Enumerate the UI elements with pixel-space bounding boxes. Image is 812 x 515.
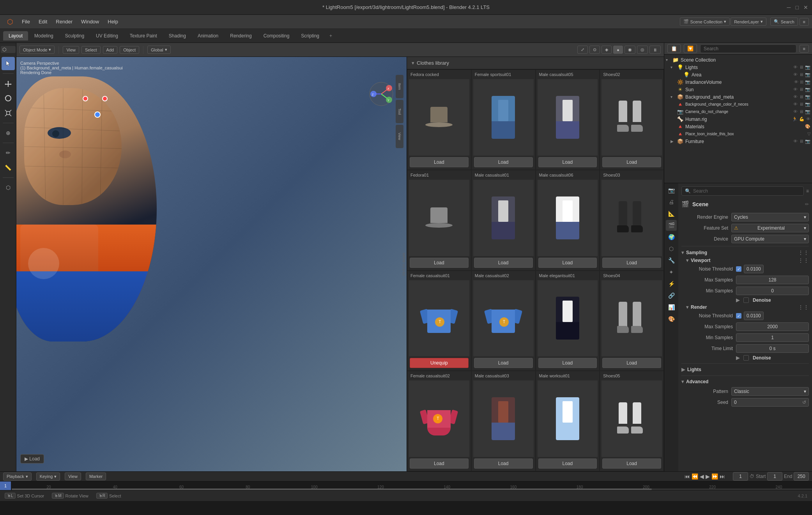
menu-help[interactable]: Help	[104, 17, 122, 26]
render-icon[interactable]: 📷	[805, 94, 810, 99]
item-load-button[interactable]: Load	[602, 157, 661, 167]
xray-button[interactable]: ◈	[601, 46, 612, 54]
render-icon[interactable]: 📷	[805, 72, 810, 77]
noise-render-checkbox[interactable]: ✓	[736, 313, 741, 319]
viewport-tool-tab[interactable]: Tool	[396, 100, 403, 123]
object-props-icon[interactable]: ⬡	[666, 243, 677, 254]
view-dropdown[interactable]: View	[65, 473, 81, 480]
item-load-button[interactable]: Load	[410, 458, 469, 469]
viewport-view-tab[interactable]: View	[396, 125, 403, 148]
menu-edit[interactable]: Edit	[35, 17, 51, 26]
move-tool-button[interactable]	[2, 77, 15, 90]
load-indicator[interactable]: ▶ Load	[20, 454, 44, 464]
visibility-icon[interactable]: 👁	[793, 94, 798, 99]
outliner-filter-button[interactable]: ≡	[800, 45, 809, 53]
timeline-bar[interactable]: 1 20 40 60 80 100 120 140 160 180 200 22…	[0, 481, 812, 490]
scene-collection-item[interactable]: ▾ 📁 Scene Collection	[664, 56, 812, 64]
render-layer-selector[interactable]: RenderLayer ▾	[731, 18, 766, 26]
time-limit-value[interactable]: 0 s	[736, 344, 809, 353]
scene-edit-icon[interactable]: ✏	[805, 202, 809, 207]
shading-solid[interactable]: ●	[613, 46, 623, 54]
start-frame-input[interactable]: 1	[767, 472, 782, 481]
pause-render[interactable]: ⏸	[649, 46, 661, 54]
item-load-button[interactable]: Load	[602, 458, 661, 469]
outliner-filter-icon[interactable]: 🔽	[684, 44, 697, 53]
min-samples-value[interactable]: 0	[736, 287, 809, 295]
overlay-button[interactable]: ⊙	[589, 46, 600, 54]
viewport-item-tab[interactable]: Item	[396, 75, 403, 98]
min-samples-render-value[interactable]: 1	[736, 333, 809, 342]
select-menu[interactable]: Select	[81, 46, 101, 54]
gizmos-button[interactable]: ⤢	[577, 46, 588, 54]
render-icon[interactable]: 📷	[805, 102, 810, 107]
item-load-button[interactable]: Load	[538, 358, 597, 368]
add-menu[interactable]: Add	[103, 46, 118, 54]
shading-rendered[interactable]: ◎	[637, 46, 648, 54]
render-icon[interactable]: 📷	[805, 87, 810, 92]
seed-value[interactable]: 0 ↺	[731, 398, 809, 407]
window-controls[interactable]: ─ □ ✕	[787, 4, 808, 11]
noise-render-value[interactable]: 0.0100	[744, 311, 764, 320]
tab-layout[interactable]: Layout	[3, 31, 28, 41]
menu-file[interactable]: File	[18, 17, 34, 26]
tab-modeling[interactable]: Modeling	[29, 31, 59, 41]
noise-threshold-checkbox[interactable]: ✓	[736, 266, 741, 272]
end-frame-input[interactable]: 250	[794, 472, 809, 481]
render-toggle[interactable]: ▾ Render	[686, 304, 707, 310]
modifier-props-icon[interactable]: 🔧	[666, 255, 677, 266]
minimize-button[interactable]: ─	[787, 4, 791, 11]
lights-toggle[interactable]: ▶ Lights	[681, 365, 809, 374]
menu-render[interactable]: Render	[52, 17, 76, 26]
tab-rendering[interactable]: Rendering	[225, 31, 257, 41]
visibility-icon[interactable]: 👁	[793, 65, 798, 70]
feature-set-dropdown[interactable]: ⚠ Experimental ▾	[731, 224, 809, 232]
play-button[interactable]: ▶	[706, 473, 710, 480]
view-menu[interactable]: View	[63, 46, 79, 54]
tab-uv-editing[interactable]: UV Editing	[90, 31, 124, 41]
filter-icon[interactable]: ≡	[806, 188, 809, 194]
viewport-icon[interactable]: 🖥	[799, 94, 803, 99]
denoise-checkbox[interactable]	[743, 297, 749, 303]
menu-window[interactable]: Window	[77, 17, 103, 26]
tree-item-lights[interactable]: ▾ 💡 Lights 👁 🖥 📷	[664, 64, 812, 71]
blender-logo[interactable]: ⬡	[3, 16, 17, 28]
render-icon[interactable]: 📷	[805, 80, 810, 85]
pattern-dropdown[interactable]: Classic ▾	[731, 387, 809, 396]
item-load-button[interactable]: Load	[602, 358, 661, 368]
viewport-icon[interactable]: 🖥	[799, 65, 803, 70]
scene-selector[interactable]: 🎬 Scene Collection ▾	[680, 18, 730, 26]
item-load-button[interactable]: Load	[474, 358, 533, 368]
tree-item-materials[interactable]: 🔺 Materials 🎨	[664, 123, 812, 130]
visibility-icon[interactable]: 👁	[793, 102, 798, 107]
viewport-icon[interactable]: 🖥	[799, 102, 803, 107]
rotate-tool-button[interactable]	[2, 92, 15, 105]
keying-dropdown[interactable]: Keying ▾	[36, 473, 60, 481]
render-icon[interactable]: 📷	[805, 109, 810, 114]
item-load-button[interactable]: Load	[538, 157, 597, 167]
tree-item-human-rig[interactable]: 🦴 Human.rig 🏃 💪 👁	[664, 115, 812, 123]
measure-tool-button[interactable]: 📏	[2, 161, 15, 174]
tree-item-camera[interactable]: 📷 Camera_do_not_change 👁 🖥 📷	[664, 108, 812, 115]
pose-icon[interactable]: 💪	[799, 117, 805, 122]
scale-tool-button[interactable]	[2, 106, 15, 120]
denoise2-toggle[interactable]: ▶ Denoise	[736, 355, 771, 361]
tab-animation[interactable]: Animation	[192, 31, 224, 41]
outliner-search-input[interactable]	[700, 44, 796, 53]
viewport-icon[interactable]: 🖥	[799, 72, 803, 77]
physics-icon[interactable]: ⚡	[666, 278, 677, 289]
viewport-icon[interactable]: 🖥	[799, 109, 803, 114]
visibility-icon[interactable]: 👁	[793, 72, 798, 77]
viewport-icon[interactable]: 🖥	[799, 139, 803, 144]
tree-item-furniture[interactable]: ▶ 📦 Furniture 👁 🖥 📷	[664, 138, 812, 145]
visibility-icon[interactable]: 👁	[793, 109, 798, 114]
render-icon[interactable]: 📷	[805, 139, 810, 144]
tab-scripting[interactable]: Scripting	[295, 31, 325, 41]
filter-button[interactable]: ≡	[800, 18, 809, 26]
max-samples-render-value[interactable]: 2000	[736, 322, 809, 331]
prop-search-box[interactable]: 🔍 Search	[681, 186, 804, 196]
item-unequip-button[interactable]: Unequip	[410, 358, 469, 368]
render-props-icon[interactable]: 📷	[666, 185, 677, 196]
world-props-icon[interactable]: 🌍	[666, 232, 677, 242]
output-props-icon[interactable]: 🖨	[666, 196, 677, 207]
visibility-icon[interactable]: 👁	[793, 87, 798, 92]
